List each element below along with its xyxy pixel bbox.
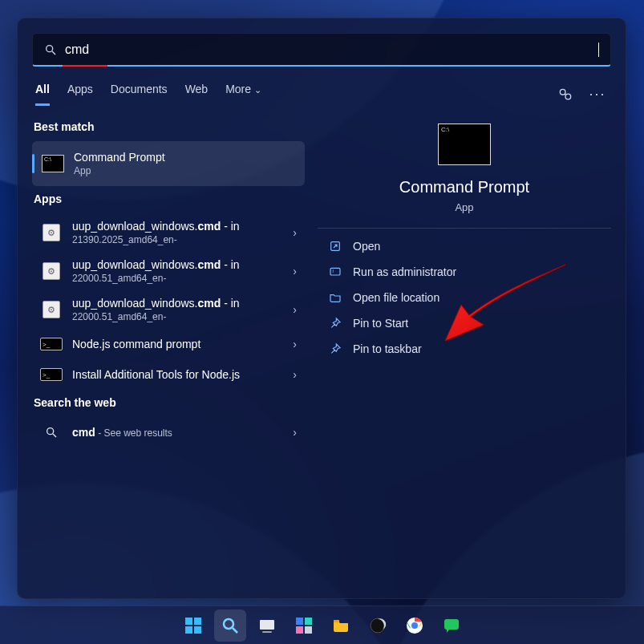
svg-point-0	[47, 45, 53, 51]
section-best-match: Best match	[34, 120, 303, 133]
search-input[interactable]	[65, 43, 600, 57]
svg-rect-17	[305, 618, 312, 625]
svg-rect-18	[296, 626, 303, 634]
taskbar-taskview[interactable]	[251, 610, 283, 642]
app-result-file[interactable]: uup_download_windows.cmd - in 22000.51_a…	[32, 252, 305, 290]
cmd-file-icon	[43, 262, 60, 280]
svg-line-13	[233, 628, 237, 633]
preview-type: App	[455, 201, 473, 213]
svg-point-24	[411, 622, 418, 629]
terminal-icon	[40, 338, 63, 350]
web-result-text: cmd - See web results	[72, 426, 283, 439]
chevron-right-icon[interactable]: ›	[293, 226, 297, 239]
svg-rect-9	[194, 618, 201, 625]
separator	[318, 228, 611, 229]
result-title: uup_download_windows.cmd - in	[72, 258, 283, 271]
svg-rect-16	[296, 618, 303, 625]
svg-line-1	[52, 51, 55, 55]
action-label: Pin to Start	[353, 317, 408, 330]
svg-point-2	[560, 89, 565, 95]
search-icon	[44, 43, 57, 56]
taskbar-widgets[interactable]	[288, 610, 320, 642]
app-result-app[interactable]: Node.js command prompt ›	[32, 329, 305, 359]
svg-rect-25	[444, 619, 459, 630]
best-match-item[interactable]: Command Prompt App	[32, 141, 305, 186]
preview-app-icon	[438, 124, 491, 165]
tab-more[interactable]: More⌄	[225, 83, 261, 106]
svg-point-12	[224, 619, 233, 629]
svg-rect-10	[185, 626, 192, 634]
pin-icon	[329, 317, 342, 330]
action-label: Open file location	[353, 291, 439, 304]
web-result[interactable]: cmd - See web results ›	[32, 417, 305, 448]
shield-icon	[329, 265, 342, 278]
pin-icon	[329, 342, 342, 355]
best-match-title: Command Prompt	[74, 151, 295, 164]
result-title: Node.js command prompt	[72, 338, 283, 350]
app-result-file[interactable]: uup_download_windows.cmd - in 21390.2025…	[32, 213, 305, 252]
app-result-file[interactable]: uup_download_windows.cmd - in 22000.51_a…	[32, 290, 305, 329]
result-path: 22000.51_amd64_en-	[72, 273, 283, 284]
search-bar[interactable]	[32, 33, 611, 67]
svg-rect-14	[260, 620, 274, 630]
taskbar-search[interactable]	[214, 610, 246, 642]
folder-icon	[329, 291, 342, 304]
result-path: 22000.51_amd64_en-	[72, 311, 283, 322]
tab-web[interactable]: Web	[185, 83, 209, 106]
svg-line-5	[53, 434, 56, 437]
tab-all[interactable]: All	[35, 83, 50, 106]
action-label: Pin to taskbar	[353, 342, 422, 355]
result-filter-tabs: All Apps Documents Web More⌄ ···	[18, 67, 626, 106]
app-result-app[interactable]: Install Additional Tools for Node.js ›	[32, 359, 305, 390]
chevron-right-icon[interactable]: ›	[293, 368, 297, 381]
action-run-admin[interactable]: Run as administrator	[318, 259, 611, 285]
svg-rect-19	[305, 626, 312, 634]
more-options-icon[interactable]: ···	[587, 84, 608, 105]
svg-rect-7	[330, 268, 340, 275]
cmd-file-icon	[43, 224, 60, 241]
action-pin-taskbar[interactable]: Pin to taskbar	[318, 336, 611, 362]
chevron-right-icon[interactable]: ›	[293, 303, 297, 316]
action-open-location[interactable]: Open file location	[318, 285, 611, 310]
cmd-file-icon	[43, 301, 60, 318]
section-search-web: Search the web	[34, 396, 303, 409]
svg-rect-15	[262, 631, 272, 633]
best-match-subtitle: App	[74, 165, 295, 176]
taskbar-obs[interactable]	[362, 610, 394, 642]
taskbar-chat[interactable]	[435, 610, 468, 642]
svg-rect-11	[194, 626, 201, 634]
preview-title: Command Prompt	[399, 178, 529, 196]
taskbar-explorer[interactable]	[325, 610, 357, 642]
cmd-icon	[42, 155, 64, 172]
taskbar-chrome[interactable]	[399, 610, 431, 642]
open-icon	[329, 240, 342, 253]
action-pin-start[interactable]: Pin to Start	[318, 310, 611, 336]
chevron-right-icon[interactable]: ›	[293, 426, 297, 439]
result-title: Install Additional Tools for Node.js	[72, 368, 283, 381]
search-icon	[45, 426, 58, 439]
chevron-right-icon[interactable]: ›	[293, 338, 297, 350]
action-label: Open	[353, 240, 380, 253]
chevron-down-icon: ⌄	[254, 85, 261, 95]
annotation-underline	[63, 65, 107, 67]
tab-apps[interactable]: Apps	[67, 83, 93, 106]
terminal-icon	[40, 368, 63, 381]
svg-point-4	[47, 428, 54, 435]
chevron-right-icon[interactable]: ›	[293, 265, 297, 277]
taskbar-start[interactable]	[177, 610, 209, 642]
taskbar	[0, 606, 644, 644]
result-path: 21390.2025_amd64_en-	[72, 234, 283, 245]
svg-rect-8	[185, 618, 192, 625]
result-title: uup_download_windows.cmd - in	[72, 220, 283, 233]
section-apps: Apps	[34, 192, 303, 205]
action-label: Run as administrator	[353, 265, 456, 278]
text-cursor	[598, 43, 599, 57]
results-column: Best match Command Prompt App Apps uup_d…	[32, 114, 305, 584]
start-search-panel: All Apps Documents Web More⌄ ··· Best ma…	[17, 18, 626, 599]
action-open[interactable]: Open	[318, 233, 611, 259]
search-filter-icon[interactable]	[555, 84, 576, 105]
result-title: uup_download_windows.cmd - in	[72, 297, 283, 310]
preview-pane: Command Prompt App Open Run as administr…	[318, 114, 611, 584]
svg-rect-20	[334, 620, 339, 622]
tab-documents[interactable]: Documents	[111, 83, 168, 106]
